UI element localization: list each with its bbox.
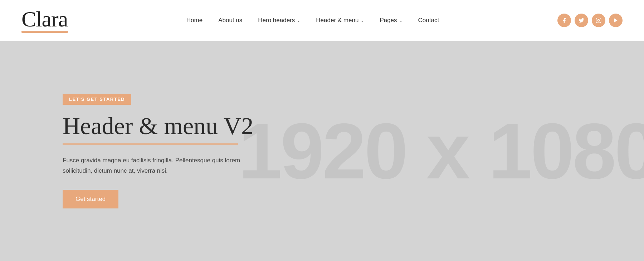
- main-nav: Home About us Hero headers ⌄ Header & me…: [179, 17, 447, 24]
- hero-watermark: 1920 x 1080: [238, 106, 644, 196]
- nav-item-about[interactable]: About us: [210, 17, 250, 24]
- svg-point-2: [600, 19, 600, 19]
- hero-title: Header & menu V2: [63, 113, 263, 139]
- svg-point-1: [597, 19, 599, 21]
- hero-content: LET'S GET STARTED Header & menu V2 Fusce…: [0, 94, 263, 208]
- twitter-icon[interactable]: [575, 14, 588, 27]
- social-icons-group: [557, 14, 623, 27]
- facebook-icon[interactable]: [557, 14, 571, 27]
- logo[interactable]: Clara: [21, 8, 68, 33]
- nav-item-home[interactable]: Home: [179, 17, 210, 24]
- nav-item-header-menu[interactable]: Header & menu ⌄: [308, 17, 372, 24]
- chevron-down-icon: ⌄: [297, 18, 300, 23]
- youtube-icon[interactable]: [609, 14, 623, 27]
- hero-description: Fusce gravida magna eu facilisis fringil…: [63, 156, 263, 176]
- hero-section: 1920 x 1080 LET'S GET STARTED Header & m…: [0, 41, 644, 261]
- logo-underline: [21, 31, 68, 33]
- hero-badge: LET'S GET STARTED: [63, 94, 131, 105]
- nav-item-contact[interactable]: Contact: [410, 17, 447, 24]
- nav-item-hero-headers[interactable]: Hero headers ⌄: [250, 17, 308, 24]
- site-header: Clara Home About us Hero headers ⌄ Heade…: [0, 0, 644, 41]
- svg-rect-0: [596, 18, 601, 23]
- nav-item-pages[interactable]: Pages ⌄: [372, 17, 410, 24]
- chevron-down-icon: ⌄: [399, 18, 402, 23]
- chevron-down-icon: ⌄: [361, 18, 364, 23]
- logo-text: Clara: [21, 8, 68, 30]
- hero-title-underline: [63, 143, 238, 145]
- instagram-icon[interactable]: [592, 14, 605, 27]
- svg-marker-3: [614, 18, 617, 23]
- get-started-button[interactable]: Get started: [63, 190, 118, 208]
